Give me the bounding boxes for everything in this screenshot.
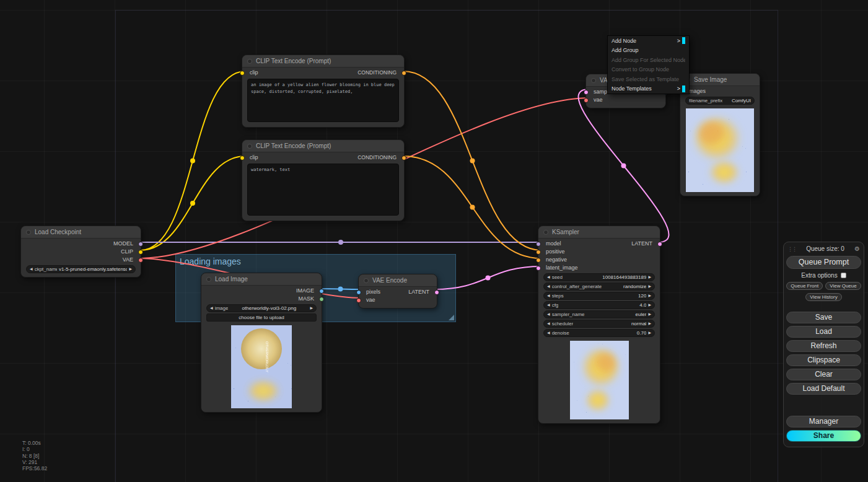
port-model-output[interactable] <box>138 242 143 247</box>
denoise-widget[interactable]: ◀ denoise 0.70 ▶ <box>543 329 655 337</box>
image-combo[interactable]: ◀ image otherworldly-vol3-02.png ▶ <box>206 304 317 312</box>
menu-item-node-templates[interactable]: Node Templates > <box>608 84 689 94</box>
seed-widget[interactable]: ◀ seed 1008164493883189 ▶ <box>543 273 655 281</box>
stepper-left-arrow[interactable]: ◀ <box>547 292 550 300</box>
node-load-image[interactable]: Load Image IMAGE MASK ◀ image otherworld… <box>201 273 322 413</box>
manager-button[interactable]: Manager <box>786 416 861 427</box>
port-label-clip: clip <box>250 69 258 77</box>
combo-right-arrow[interactable]: ▶ <box>648 310 651 318</box>
collapse-dot[interactable] <box>543 230 548 235</box>
port-negative-input[interactable] <box>536 258 541 263</box>
prompt-textarea[interactable]: watermark, text <box>247 164 399 216</box>
settings-gear-icon[interactable]: ⚙ <box>854 245 860 252</box>
scheduler-widget[interactable]: ◀ scheduler normal ▶ <box>543 320 655 328</box>
combo-left-arrow[interactable]: ◀ <box>30 265 33 273</box>
clipspace-button[interactable]: Clipspace <box>786 354 861 366</box>
menu-item-add-node[interactable]: Add Node > <box>608 36 689 46</box>
submenu-arrow-icon: > <box>677 38 680 44</box>
extra-options-checkbox[interactable] <box>841 273 846 278</box>
saved-image-preview <box>686 108 754 192</box>
refresh-button[interactable]: Refresh <box>786 340 861 352</box>
node-title-bar[interactable]: VAE Encode <box>359 274 437 287</box>
port-latent-output[interactable] <box>434 290 439 295</box>
combo-right-arrow[interactable]: ▶ <box>648 320 651 328</box>
port-vae-input[interactable] <box>584 98 589 103</box>
combo-left-arrow[interactable]: ◀ <box>547 320 550 328</box>
combo-left-arrow[interactable]: ◀ <box>547 283 550 291</box>
port-clip-output[interactable] <box>138 250 143 255</box>
combo-right-arrow[interactable]: ▶ <box>648 283 651 291</box>
collapse-dot[interactable] <box>591 78 596 83</box>
port-vae-output[interactable] <box>138 258 143 263</box>
node-title-bar[interactable]: Load Checkpoint <box>21 226 141 239</box>
combo-left-arrow[interactable]: ◀ <box>210 304 213 312</box>
group-resize-handle[interactable] <box>449 315 454 320</box>
stepper-left-arrow[interactable]: ◀ <box>547 273 550 281</box>
view-queue-button[interactable]: View Queue <box>825 282 861 290</box>
clear-button[interactable]: Clear <box>786 369 861 380</box>
combo-right-arrow[interactable]: ▶ <box>310 304 313 312</box>
node-clip-text-encode-positive[interactable]: CLIP Text Encode (Prompt) clip CONDITION… <box>242 55 405 128</box>
port-clip-input[interactable] <box>240 71 245 76</box>
cfg-widget[interactable]: ◀ cfg 4.0 ▶ <box>543 301 655 309</box>
port-positive-input[interactable] <box>536 250 541 255</box>
prompt-textarea[interactable]: an image of a yellow alien flower bloomi… <box>247 79 399 122</box>
save-button[interactable]: Save <box>786 312 861 323</box>
port-latent-image-input[interactable] <box>536 266 541 271</box>
port-label-latent: LATENT <box>408 288 429 296</box>
node-title-bar[interactable]: Save Image <box>680 74 760 86</box>
filename-prefix-widget[interactable]: filename_prefix ComfyUI <box>685 97 755 105</box>
node-vae-encode[interactable]: VAE Encode pixels LATENT vae <box>358 274 437 309</box>
collapse-dot[interactable] <box>247 144 252 149</box>
port-conditioning-output[interactable] <box>401 71 406 76</box>
stepper-left-arrow[interactable]: ◀ <box>547 301 550 309</box>
port-label-conditioning: CONDITIONING <box>357 69 397 77</box>
stepper-right-arrow[interactable]: ▶ <box>648 329 651 337</box>
port-conditioning-output[interactable] <box>401 156 406 160</box>
stepper-right-arrow[interactable]: ▶ <box>648 292 651 300</box>
node-title-bar[interactable]: KSampler <box>538 226 660 239</box>
node-ksampler[interactable]: KSampler model LATENT positive negative … <box>538 226 660 424</box>
combo-right-arrow[interactable]: ▶ <box>129 265 132 273</box>
view-history-button[interactable]: View History <box>805 293 841 301</box>
steps-widget[interactable]: ◀ steps 120 ▶ <box>543 292 655 300</box>
combo-left-arrow[interactable]: ◀ <box>547 310 550 318</box>
group-title[interactable]: Loading images <box>176 255 455 268</box>
menu-item-add-group[interactable]: Add Group <box>608 46 689 56</box>
node-title-bar[interactable]: CLIP Text Encode (Prompt) <box>242 55 404 68</box>
queue-prompt-button[interactable]: Queue Prompt <box>786 256 861 269</box>
collapse-dot[interactable] <box>206 277 211 282</box>
widget-name: ckpt_name <box>35 266 57 272</box>
node-save-image[interactable]: Save Image images filename_prefix ComfyU… <box>680 73 760 196</box>
stepper-right-arrow[interactable]: ▶ <box>648 301 651 309</box>
port-mask-output[interactable] <box>319 297 324 302</box>
port-clip-input[interactable] <box>240 156 245 160</box>
choose-file-button[interactable]: choose file to upload <box>206 313 317 322</box>
node-load-checkpoint[interactable]: Load Checkpoint MODEL CLIP VAE ◀ ckpt_na… <box>20 226 141 278</box>
collapse-dot[interactable] <box>26 230 31 235</box>
node-clip-text-encode-negative[interactable]: CLIP Text Encode (Prompt) clip CONDITION… <box>242 139 405 221</box>
widget-name: steps <box>552 293 564 299</box>
share-button[interactable]: Share <box>786 430 861 442</box>
graph-canvas[interactable]: Loading images Load Checkpoint MODEL CLI… <box>0 0 868 482</box>
submenu-arrow-icon: > <box>677 85 680 92</box>
menu-drag-handle[interactable]: ⋮⋮ <box>787 246 796 252</box>
port-latent-output[interactable] <box>657 242 662 247</box>
stepper-left-arrow[interactable]: ◀ <box>547 329 550 337</box>
collapse-dot[interactable] <box>364 278 369 283</box>
port-model-input[interactable] <box>536 242 541 247</box>
node-title-bar[interactable]: CLIP Text Encode (Prompt) <box>242 140 404 152</box>
collapse-dot[interactable] <box>247 59 252 64</box>
node-title-bar[interactable]: Load Image <box>201 273 322 286</box>
control-after-generate-widget[interactable]: ◀ control_after_generate randomize ▶ <box>543 283 655 291</box>
queue-front-button[interactable]: Queue Front <box>786 282 823 290</box>
port-samples-input[interactable] <box>584 90 589 95</box>
load-default-button[interactable]: Load Default <box>786 383 861 395</box>
sampler-name-widget[interactable]: ◀ sampler_name euler ▶ <box>543 310 655 318</box>
ckpt-name-combo[interactable]: ◀ ckpt_name v1-5-pruned-emaonly.safetens… <box>26 265 136 273</box>
load-button[interactable]: Load <box>786 326 861 338</box>
port-image-output[interactable] <box>319 289 324 294</box>
port-vae-input[interactable] <box>356 298 361 303</box>
port-pixels-input[interactable] <box>356 290 361 295</box>
stepper-right-arrow[interactable]: ▶ <box>648 273 651 281</box>
